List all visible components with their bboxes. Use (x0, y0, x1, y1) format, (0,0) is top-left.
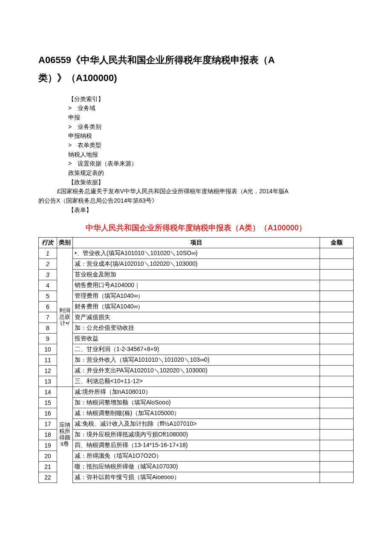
table-row: 21 曒；抵扣应纳税所得做（城写A107030) (39, 461, 354, 472)
row-item: 减：并业外支出PA写A102010＼102020＼103000) (73, 365, 320, 376)
form-label-block: 【表单】 (68, 206, 354, 215)
row-amount (320, 269, 354, 280)
table-row: 17 减:免税、减计收入及加计扣除（ffl½A107010> (39, 418, 354, 429)
row-amount (320, 280, 354, 291)
row-amount (320, 291, 354, 301)
row-item: 减:境外所得（加nA108010） (73, 386, 320, 397)
row-item: 加：纳税词整增加额（填写AloSooo) (73, 397, 320, 408)
title-line-1: A06559《中华人民共和国企业所得税年度纳税申报表（A (38, 55, 275, 65)
row-index: 4 (39, 280, 57, 291)
table-row: 15 加：纳税词整增加额（填写AloSooo) (39, 397, 354, 408)
meta-business-domain-arrow: > 业务域 (68, 104, 354, 113)
table-header-row: 行次 类别 项目 金额 (39, 237, 354, 248)
table-row: 8 加：公允价值变动收挂 (39, 323, 354, 333)
meta-business-type-arrow: > 业务类别 (68, 122, 354, 132)
row-amount (320, 355, 354, 365)
row-amount (320, 408, 354, 418)
table-row: 14 应纳税所得颜it尊 减:境外所得（加nA108010） (39, 386, 354, 397)
policy-label: 【政策依据】 (68, 178, 354, 187)
row-amount (320, 450, 354, 461)
tax-table: 行次 类别 项目 金额 1 利润总嵌计•/ •、管业收入(填写A101010＼1… (38, 237, 354, 483)
table-row: 18 加：境外应税所得抵减境内亏损Oft108000) (39, 429, 354, 440)
row-item: 减：纳税调整削曒(栋)（加写A105000） (73, 408, 320, 418)
meta-business-domain-value: 申报 (68, 113, 354, 122)
row-index: 21 (39, 461, 57, 472)
row-amount (320, 472, 354, 482)
row-amount (320, 429, 354, 440)
policy-body-1: £国家税务总廬关于发布V中华人民共和国企业所得税年度纳税申报表（A光，2014年… (38, 187, 354, 196)
form-label: 【表单】 (68, 206, 354, 215)
row-index: 18 (39, 429, 57, 440)
row-amount (320, 418, 354, 429)
header-amount: 金额 (320, 237, 354, 248)
category-taxable: 应纳税所得颜it尊 (57, 386, 73, 482)
row-index: 17 (39, 418, 57, 429)
policy-block: £国家税务总廬关于发布V中华人民共和国企业所得税年度纳税申报表（A光，2014年… (38, 187, 354, 205)
row-item: 减:免税、减计收入及加计扣除（ffl½A107010> (73, 418, 320, 429)
row-item: 减：营业成本(填/A102010＼102020＼103000) (73, 259, 320, 269)
row-index: 20 (39, 450, 57, 461)
table-title: 中华人民共和国企业所得税年度纳税申报表（A类）（A100000） (38, 223, 354, 233)
header-category: 类别 (57, 237, 73, 248)
row-item: 曒；抵扣应纳税所得做（城写A107030) (73, 461, 320, 472)
meta-form-type-arrow: > 衣单类型 (68, 141, 354, 150)
row-amount (320, 386, 354, 397)
policy-body-2: 的公告X（国家税务总局公告2014年第63号》 (38, 196, 354, 206)
row-amount (320, 248, 354, 259)
row-item: 二、甘业利润（1-2-34567+8+9) (73, 344, 320, 355)
row-item: 投资收益 (73, 333, 320, 344)
row-index: 2 (39, 259, 57, 269)
row-item: 加：境外应税所得抵减境内亏损Oft108000) (73, 429, 320, 440)
meta-basis-arrow: > 设置依据（表单来源） (68, 159, 354, 169)
table-row: 3 苔业税金及附加 (39, 269, 354, 280)
row-item: 加：公允价值变动收挂 (73, 323, 320, 333)
table-row: 11 加：营业外收入（填写A101010＼101020＼103∞0) (39, 355, 354, 365)
row-amount (320, 376, 354, 386)
table-row: 16 减：纳税调整削曒(栋)（加写A105000） (39, 408, 354, 418)
row-item: 三、利汹总额<10+11-12> (73, 376, 320, 386)
row-item: 减：所得讖免（埴写A1O7O2O） (73, 450, 320, 461)
row-amount (320, 323, 354, 333)
row-item: 管理费用（填写A1040∞） (73, 291, 320, 301)
table-row: 13 三、利汹总额<10+11-12> (39, 376, 354, 386)
table-row: 19 四、纳税调整后所得（13-14*15-16-17+18) (39, 440, 354, 450)
row-item: 资产减值损失 (73, 312, 320, 323)
meta-basis-value: 政策规定表的 (68, 169, 354, 178)
row-index: 11 (39, 355, 57, 365)
row-index: 8 (39, 323, 57, 333)
table-row: 12 减：并业外支出PA写A102010＼102020＼103000) (39, 365, 354, 376)
table-row: 9 投资收益 (39, 333, 354, 344)
row-index: 19 (39, 440, 57, 450)
row-index: 6 (39, 301, 57, 312)
row-item: 销售费用口号A104000｜ (73, 280, 320, 291)
row-item: 加：营业外收入（填写A101010＼101020＼103∞0) (73, 355, 320, 365)
row-item: 苔业税金及附加 (73, 269, 320, 280)
table-row: 4 销售费用口号A104000｜ (39, 280, 354, 291)
meta-form-type-value: 纳税人地报 (68, 150, 354, 160)
row-item: •、管业收入(填写A101010＼101020＼10SO∞) (73, 248, 320, 259)
page-title: A06559《中华人民共和国企业所得税年度纳税申报表（A 类）》（A100000… (38, 51, 354, 87)
row-amount (320, 344, 354, 355)
row-amount (320, 461, 354, 472)
row-index: 12 (39, 365, 57, 376)
row-index: 22 (39, 472, 57, 482)
header-rownum: 行次 (39, 237, 57, 248)
meta-business-type-value: 申报纳税 (68, 131, 354, 141)
row-amount (320, 440, 354, 450)
row-index: 10 (39, 344, 57, 355)
row-index: 1 (39, 248, 57, 259)
index-label: 【分类索引】 (68, 95, 354, 104)
row-index: 13 (39, 376, 57, 386)
table-row: 20 减：所得讖免（埴写A1O7O2O） (39, 450, 354, 461)
table-row: 6 财务费用（填写A1040∞） (39, 301, 354, 312)
category-profit: 利润总嵌计•/ (57, 248, 73, 386)
row-index: 14 (39, 386, 57, 397)
row-amount (320, 312, 354, 323)
row-index: 7 (39, 312, 57, 323)
table-row: 22 减：弥补以前年慢亏损（填写Aioeooo） (39, 472, 354, 482)
title-line-2: 类）》（A100000) (38, 73, 117, 83)
row-amount (320, 259, 354, 269)
table-row: 5 管理费用（填写A1040∞） (39, 291, 354, 301)
row-amount (320, 365, 354, 376)
row-index: 15 (39, 397, 57, 408)
